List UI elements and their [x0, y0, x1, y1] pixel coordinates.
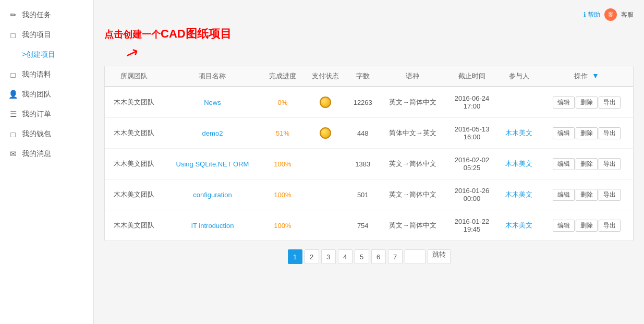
- action-编辑-button[interactable]: 编辑: [553, 158, 575, 170]
- action-删除-button[interactable]: 删除: [576, 189, 598, 201]
- cell-team: 木木美文团队: [105, 118, 164, 149]
- cell-words: 448: [346, 118, 379, 149]
- action-删除-button[interactable]: 删除: [576, 158, 598, 170]
- action-编辑-button[interactable]: 编辑: [553, 220, 575, 232]
- page-btn-5[interactable]: 5: [355, 249, 369, 264]
- cell-participant[interactable]: 木木美文: [498, 179, 541, 210]
- sidebar-item-my-wallet[interactable]: □ 我的钱包: [0, 124, 93, 144]
- folder-icon: □: [8, 31, 18, 40]
- action-导出-button[interactable]: 导出: [599, 189, 621, 201]
- cell-language: 英文→简体中文: [379, 179, 446, 210]
- col-progress: 完成进度: [261, 66, 304, 87]
- action-编辑-button[interactable]: 编辑: [553, 127, 575, 139]
- page-btn-3[interactable]: 3: [321, 249, 336, 264]
- help-link[interactable]: ℹ 帮助: [584, 10, 600, 19]
- sidebar-item-create-project[interactable]: >创建项目: [0, 45, 93, 65]
- cell-payment: [304, 149, 347, 179]
- col-deadline: 截止时间: [446, 66, 498, 87]
- cell-actions: 编辑删除导出: [540, 210, 633, 241]
- table-row: 木木美文团队demo251%448简体中文→英文2016-05-13 16:00…: [105, 118, 633, 149]
- cell-actions: 编辑删除导出: [540, 118, 633, 149]
- action-编辑-button[interactable]: 编辑: [553, 97, 575, 109]
- help-label: 帮助: [588, 10, 600, 19]
- sidebar-item-label: 我的消息: [22, 149, 51, 159]
- sidebar-item-my-vocab[interactable]: □ 我的语料: [0, 65, 93, 85]
- sidebar: ✏ 我的任务 □ 我的项目 >创建项目 □ 我的语料 👤 我的团队 ☰ 我的订单…: [0, 0, 94, 324]
- action-删除-button[interactable]: 删除: [576, 97, 598, 109]
- cell-actions: 编辑删除导出: [540, 149, 633, 179]
- action-编辑-button[interactable]: 编辑: [553, 189, 575, 201]
- cell-progress: 0%: [261, 87, 304, 118]
- cell-team: 木木美文团队: [105, 210, 164, 241]
- team-icon: 👤: [8, 90, 18, 99]
- sidebar-item-label: 我的团队: [22, 90, 51, 99]
- page-btn-4[interactable]: 4: [338, 249, 353, 264]
- action-删除-button[interactable]: 删除: [576, 220, 598, 232]
- table-body: 木木美文团队News0%12263英文→简体中文2016-06-24 17:00…: [105, 87, 633, 241]
- cell-project-name[interactable]: demo2: [164, 118, 261, 149]
- cell-progress: 100%: [261, 179, 304, 210]
- cell-project-name[interactable]: configuration: [164, 179, 261, 210]
- cell-progress: 100%: [261, 210, 304, 241]
- action-导出-button[interactable]: 导出: [599, 97, 621, 109]
- action-导出-button[interactable]: 导出: [599, 127, 621, 139]
- action-导出-button[interactable]: 导出: [599, 220, 621, 232]
- pagination: 1234567跳转: [104, 241, 634, 272]
- page-btn-6[interactable]: 6: [371, 249, 386, 264]
- table-row: 木木美文团队configuration100%501英文→简体中文2016-01…: [105, 179, 633, 210]
- cell-participant[interactable]: 木木美文: [498, 210, 541, 241]
- col-team: 所属团队: [105, 66, 164, 87]
- cell-participant[interactable]: 木木美文: [498, 118, 541, 149]
- cell-project-name[interactable]: IT introduction: [164, 210, 261, 241]
- cell-language: 英文→简体中文: [379, 149, 446, 179]
- wallet-icon: □: [8, 130, 18, 139]
- cell-deadline: 2016-01-22 19:45: [446, 210, 498, 241]
- page-btn-7[interactable]: 7: [388, 249, 403, 264]
- sidebar-item-my-team[interactable]: 👤 我的团队: [0, 85, 93, 104]
- sidebar-item-label: 我的语料: [22, 70, 51, 79]
- cell-payment: [304, 87, 347, 118]
- page-btn-2[interactable]: 2: [305, 249, 319, 264]
- cell-actions: 编辑删除导出: [540, 87, 633, 118]
- avatar: 客: [604, 8, 617, 21]
- page-btn-1[interactable]: 1: [288, 249, 302, 264]
- help-icon: ℹ: [584, 11, 586, 18]
- table-row: 木木美文团队Using SQLite.NET ORM100%1383英文→简体中…: [105, 149, 633, 179]
- orders-icon: ☰: [8, 110, 18, 119]
- col-name: 项目名称: [164, 66, 261, 87]
- sidebar-item-label: 我的钱包: [22, 129, 51, 139]
- cell-participant[interactable]: 木木美文: [498, 149, 541, 179]
- page-jump-input[interactable]: [405, 249, 426, 264]
- filter-icon[interactable]: ▼: [592, 71, 599, 80]
- cell-words: 1383: [346, 149, 379, 179]
- cell-project-name[interactable]: Using SQLite.NET ORM: [164, 149, 261, 179]
- project-table: 所属团队 项目名称 完成进度 支付状态 字数 语种 截止时间 参与人 操作 ▼: [105, 66, 633, 241]
- action-导出-button[interactable]: 导出: [599, 158, 621, 170]
- table-row: 木木美文团队IT introduction100%754英文→简体中文2016-…: [105, 210, 633, 241]
- sidebar-item-label: 我的项目: [22, 30, 51, 40]
- cell-deadline: 2016-01-26 00:00: [446, 179, 498, 210]
- cell-deadline: 2016-06-24 17:00: [446, 87, 498, 118]
- vocab-icon: □: [8, 70, 18, 79]
- message-icon: ✉: [8, 149, 18, 159]
- cell-progress: 100%: [261, 149, 304, 179]
- cell-team: 木木美文团队: [105, 179, 164, 210]
- action-删除-button[interactable]: 删除: [576, 127, 598, 139]
- cell-payment: [304, 210, 347, 241]
- user-name[interactable]: 客服: [621, 10, 634, 19]
- page-header: ℹ 帮助 客 客服: [104, 5, 634, 26]
- cell-participant: [498, 87, 541, 118]
- sidebar-item-my-orders[interactable]: ☰ 我的订单: [0, 104, 93, 124]
- sidebar-item-my-projects[interactable]: □ 我的项目: [0, 25, 93, 45]
- page-jump-button[interactable]: 跳转: [428, 249, 451, 264]
- sidebar-item-label: >创建项目: [22, 50, 55, 59]
- cell-payment: [304, 118, 347, 149]
- col-participant: 参与人: [498, 66, 541, 87]
- sidebar-item-my-messages[interactable]: ✉ 我的消息: [0, 144, 93, 164]
- col-payment: 支付状态: [304, 66, 347, 87]
- edit-icon: ✏: [8, 10, 18, 20]
- col-actions: 操作 ▼: [540, 66, 633, 87]
- sidebar-item-my-tasks[interactable]: ✏ 我的任务: [0, 5, 93, 25]
- cell-language: 英文→简体中文: [379, 87, 446, 118]
- cell-project-name[interactable]: News: [164, 87, 261, 118]
